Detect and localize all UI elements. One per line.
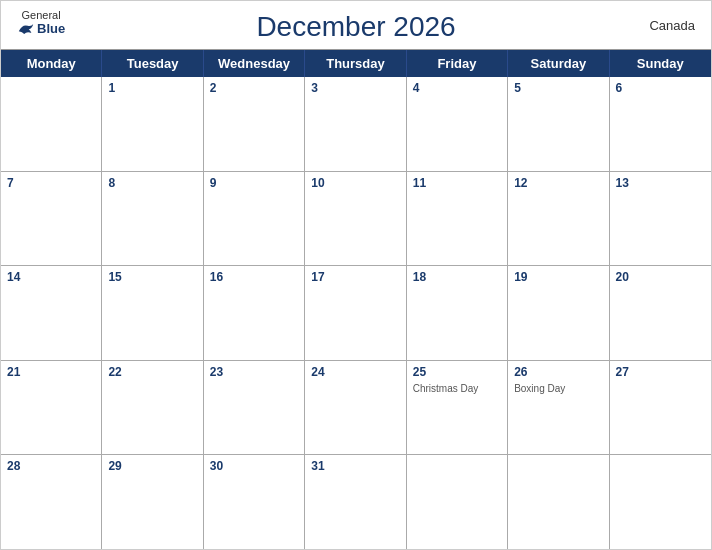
day-cell-20: 20 [610,266,711,360]
day-cell-23: 23 [204,361,305,455]
day-number: 7 [7,176,95,190]
calendar-header: General Blue December 2026 Canada [1,1,711,49]
day-number: 19 [514,270,602,284]
day-number: 6 [616,81,705,95]
day-number: 12 [514,176,602,190]
day-cell-21: 21 [1,361,102,455]
month-title: December 2026 [256,11,455,43]
week-row-1: 123456 [1,77,711,172]
day-cell-4: 4 [407,77,508,171]
day-cell-16: 16 [204,266,305,360]
day-number: 27 [616,365,705,379]
logo-blue: Blue [17,21,65,36]
day-header-tuesday: Tuesday [102,50,203,77]
day-cell-18: 18 [407,266,508,360]
day-number: 24 [311,365,399,379]
day-cell-empty-4-6 [610,455,711,549]
day-number: 11 [413,176,501,190]
day-cell-30: 30 [204,455,305,549]
day-cell-15: 15 [102,266,203,360]
logo-general: General [22,9,61,21]
day-number: 31 [311,459,399,473]
day-cell-9: 9 [204,172,305,266]
day-cell-19: 19 [508,266,609,360]
holiday-label: Boxing Day [514,383,602,395]
day-number: 26 [514,365,602,379]
day-cell-17: 17 [305,266,406,360]
day-header-thursday: Thursday [305,50,406,77]
day-cell-empty-4-5 [508,455,609,549]
calendar-grid: MondayTuesdayWednesdayThursdayFridaySatu… [1,49,711,549]
day-cell-2: 2 [204,77,305,171]
day-cell-27: 27 [610,361,711,455]
day-cell-24: 24 [305,361,406,455]
day-cell-31: 31 [305,455,406,549]
day-number: 10 [311,176,399,190]
day-cell-8: 8 [102,172,203,266]
day-cell-25: 25Christmas Day [407,361,508,455]
day-cell-1: 1 [102,77,203,171]
day-number: 8 [108,176,196,190]
day-header-saturday: Saturday [508,50,609,77]
week-row-3: 14151617181920 [1,266,711,361]
holiday-label: Christmas Day [413,383,501,395]
day-number: 5 [514,81,602,95]
day-number: 17 [311,270,399,284]
day-number: 23 [210,365,298,379]
day-number: 2 [210,81,298,95]
day-cell-3: 3 [305,77,406,171]
day-cell-6: 6 [610,77,711,171]
day-number: 21 [7,365,95,379]
day-number: 16 [210,270,298,284]
day-number: 15 [108,270,196,284]
day-number: 1 [108,81,196,95]
day-number: 4 [413,81,501,95]
day-header-friday: Friday [407,50,508,77]
day-cell-empty-0-0 [1,77,102,171]
day-cell-5: 5 [508,77,609,171]
day-cell-14: 14 [1,266,102,360]
day-number: 13 [616,176,705,190]
day-cell-29: 29 [102,455,203,549]
week-row-5: 28293031 [1,455,711,549]
day-cell-28: 28 [1,455,102,549]
day-number: 29 [108,459,196,473]
day-cell-10: 10 [305,172,406,266]
day-header-monday: Monday [1,50,102,77]
day-cell-empty-4-4 [407,455,508,549]
day-cell-22: 22 [102,361,203,455]
day-headers-row: MondayTuesdayWednesdayThursdayFridaySatu… [1,50,711,77]
calendar: General Blue December 2026 Canada Monday… [0,0,712,550]
day-cell-26: 26Boxing Day [508,361,609,455]
day-number: 3 [311,81,399,95]
week-row-2: 78910111213 [1,172,711,267]
day-header-wednesday: Wednesday [204,50,305,77]
day-number: 22 [108,365,196,379]
day-cell-11: 11 [407,172,508,266]
day-cell-7: 7 [1,172,102,266]
day-number: 20 [616,270,705,284]
day-header-sunday: Sunday [610,50,711,77]
day-cell-13: 13 [610,172,711,266]
logo-area: General Blue [17,9,65,36]
week-row-4: 2122232425Christmas Day26Boxing Day27 [1,361,711,456]
country-label: Canada [649,18,695,33]
logo-bird-icon [17,22,35,36]
day-cell-12: 12 [508,172,609,266]
day-number: 28 [7,459,95,473]
day-number: 18 [413,270,501,284]
day-number: 9 [210,176,298,190]
day-number: 25 [413,365,501,379]
day-number: 14 [7,270,95,284]
weeks-container: 1234567891011121314151617181920212223242… [1,77,711,549]
day-number: 30 [210,459,298,473]
